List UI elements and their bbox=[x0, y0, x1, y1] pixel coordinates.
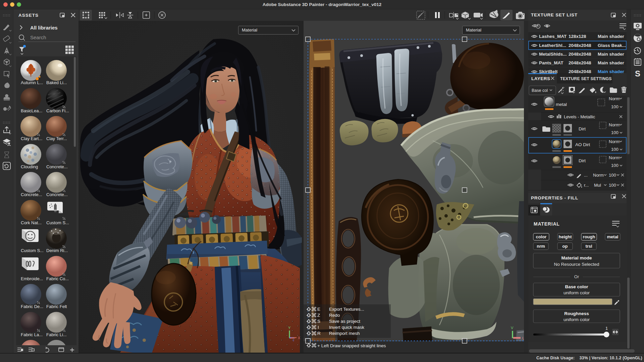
svg-text:X: X bbox=[298, 336, 301, 340]
svg-text:Base color: Base color bbox=[565, 284, 588, 289]
svg-text:uniform color: uniform color bbox=[564, 290, 590, 295]
svg-text:Custom S...: Custom S... bbox=[21, 248, 44, 253]
svg-text:trsl: trsl bbox=[585, 244, 592, 249]
svg-text:Dirt: Dirt bbox=[579, 158, 586, 163]
svg-text:100: 100 bbox=[611, 130, 619, 135]
svg-text:S: S bbox=[317, 319, 320, 324]
svg-text:Clay Eart...: Clay Eart... bbox=[21, 136, 42, 141]
svg-text:100: 100 bbox=[609, 173, 616, 178]
svg-text:Fabric Li...: Fabric Li... bbox=[46, 332, 67, 337]
svg-text:Clouding: Clouding bbox=[21, 164, 38, 169]
svg-text:Norm: Norm bbox=[609, 96, 620, 101]
svg-text:Carbon Fi...: Carbon Fi... bbox=[46, 108, 69, 113]
svg-text:Y: Y bbox=[288, 326, 291, 330]
svg-text:Glass Beak...: Glass Beak... bbox=[598, 43, 626, 48]
svg-text:TEXTURE SET SETTINGS: TEXTURE SET SETTINGS bbox=[560, 76, 612, 81]
svg-text:BasicLea...: BasicLea... bbox=[21, 108, 42, 113]
svg-text:op: op bbox=[562, 244, 568, 249]
svg-text:All libraries: All libraries bbox=[30, 25, 58, 31]
svg-text:Z: Z bbox=[317, 313, 320, 318]
svg-text:No Resource Selected: No Resource Selected bbox=[554, 262, 599, 267]
svg-text:Main shader: Main shader bbox=[598, 60, 625, 65]
svg-text:Export Textures...: Export Textures... bbox=[329, 307, 364, 312]
svg-text:R: R bbox=[317, 331, 321, 336]
svg-text:Norm: Norm bbox=[609, 139, 620, 144]
svg-text:Concrete...: Concrete... bbox=[46, 164, 68, 169]
svg-text:metal: metal bbox=[556, 102, 567, 107]
svg-text:uniform color: uniform color bbox=[564, 317, 590, 322]
svg-text:Norm: Norm bbox=[593, 173, 604, 178]
svg-text:nrm: nrm bbox=[537, 244, 545, 249]
svg-text:Clay Terr...: Clay Terr... bbox=[46, 136, 67, 141]
svg-text:V: V bbox=[511, 326, 514, 330]
svg-text:Fabric Co...: Fabric Co... bbox=[46, 276, 69, 281]
svg-text:Norm: Norm bbox=[609, 122, 620, 127]
svg-text:Norm: Norm bbox=[609, 155, 620, 160]
svg-text:+ Left: + Left bbox=[317, 343, 329, 348]
svg-text:metal: metal bbox=[607, 234, 619, 239]
svg-text:LeatherShl...: LeatherShl... bbox=[539, 43, 566, 48]
svg-text:Invert quick mask: Invert quick mask bbox=[329, 325, 364, 330]
svg-text:rough: rough bbox=[583, 234, 595, 239]
svg-text:z: z bbox=[293, 339, 294, 342]
svg-text:Cork Nat...: Cork Nat... bbox=[21, 220, 42, 225]
svg-text:Fabric Felt: Fabric Felt bbox=[46, 304, 67, 309]
svg-text:1: 1 bbox=[605, 326, 608, 331]
svg-text:Draw snapped straight lines: Draw snapped straight lines bbox=[330, 343, 386, 348]
svg-text:r...: r... bbox=[584, 183, 589, 188]
svg-text:LAYERS: LAYERS bbox=[531, 76, 550, 81]
svg-text:Reimport mesh: Reimport mesh bbox=[329, 331, 360, 336]
svg-text:Denim Ri...: Denim Ri... bbox=[46, 248, 68, 253]
svg-text:Main shader: Main shader bbox=[598, 34, 625, 39]
svg-text:100: 100 bbox=[611, 147, 619, 152]
svg-text:Roughness: Roughness bbox=[564, 311, 589, 316]
svg-text:MATERIAL: MATERIAL bbox=[534, 221, 560, 227]
svg-text:Autumn L...: Autumn L... bbox=[21, 80, 43, 85]
svg-text:Custom S...: Custom S... bbox=[46, 220, 69, 225]
svg-text:Lashes_MAT: Lashes_MAT bbox=[539, 34, 567, 39]
svg-text:2048x2048: 2048x2048 bbox=[569, 60, 591, 65]
svg-text:Baked Li...: Baked Li... bbox=[46, 80, 67, 85]
svg-text:Mul: Mul bbox=[594, 183, 601, 188]
svg-text:2048x2048: 2048x2048 bbox=[569, 43, 591, 48]
svg-text:Fabric De...: Fabric De... bbox=[21, 304, 43, 309]
svg-text:PROPERTIES - FILL: PROPERTIES - FILL bbox=[531, 195, 578, 200]
svg-text:Or: Or bbox=[574, 274, 579, 279]
svg-text:128x128: 128x128 bbox=[569, 34, 586, 39]
svg-text:Concrete...: Concrete... bbox=[21, 192, 42, 197]
svg-text:1: 1 bbox=[546, 25, 548, 28]
svg-text:Material mode: Material mode bbox=[561, 255, 592, 260]
svg-text:100: 100 bbox=[611, 163, 619, 168]
svg-text:AO Dirt: AO Dirt bbox=[575, 142, 590, 147]
svg-text:100: 100 bbox=[609, 183, 616, 188]
svg-text:Fabric La...: Fabric La... bbox=[21, 332, 43, 337]
svg-text:MetalShlds...: MetalShlds... bbox=[539, 52, 567, 57]
svg-text:E: E bbox=[317, 307, 320, 312]
svg-text:S: S bbox=[635, 69, 640, 78]
svg-text:...: ... bbox=[584, 173, 588, 178]
svg-text:height: height bbox=[559, 234, 572, 239]
svg-text:Base col: Base col bbox=[532, 88, 548, 93]
svg-text:Save as project: Save as project bbox=[329, 319, 360, 324]
svg-text:Main shader: Main shader bbox=[598, 52, 625, 57]
svg-text:Search: Search bbox=[30, 35, 46, 40]
svg-text:Redo: Redo bbox=[329, 313, 340, 318]
svg-text:I: I bbox=[318, 325, 319, 330]
svg-text:Concrete...: Concrete... bbox=[46, 192, 68, 197]
svg-text:Pants_MAT: Pants_MAT bbox=[539, 60, 564, 65]
svg-text:Levels - Metallic: Levels - Metallic bbox=[564, 114, 595, 119]
svg-text:100: 100 bbox=[611, 104, 619, 109]
svg-text:Dirt: Dirt bbox=[579, 126, 586, 131]
svg-text:color: color bbox=[536, 234, 547, 239]
svg-text:2048x2048: 2048x2048 bbox=[569, 52, 591, 57]
svg-text:TEXTURE SET LIST: TEXTURE SET LIST bbox=[531, 12, 578, 17]
svg-text:Embroide...: Embroide... bbox=[21, 276, 43, 281]
